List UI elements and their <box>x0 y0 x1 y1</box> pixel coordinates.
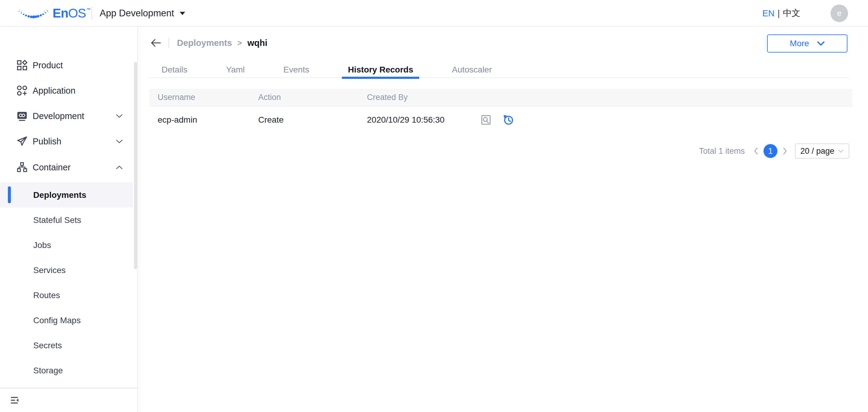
sidebar-item-label: Application <box>33 86 75 96</box>
tab-yaml[interactable]: Yaml <box>220 61 251 78</box>
sidebar-item-development[interactable]: Development <box>0 103 137 129</box>
development-icon <box>17 110 28 121</box>
tab-bar: Details Yaml Events History Records Auto… <box>156 61 498 78</box>
pagination: Total 1 items 1 20 / page <box>699 142 849 159</box>
sidebar-item-services[interactable]: Services <box>0 258 133 283</box>
table-header: Username Action Created By <box>150 89 852 107</box>
breadcrumb-divider <box>168 38 169 48</box>
lang-divider: | <box>777 8 780 19</box>
chevron-down-icon <box>838 149 844 153</box>
sidebar-item-label: Container <box>33 162 71 172</box>
page-title: wqhi <box>247 38 267 48</box>
wordmark-os: OS <box>68 6 86 21</box>
more-button-label: More <box>790 39 809 48</box>
top-header: En OS ™ App Development EN | 中文 e <box>0 0 868 27</box>
sidebar-item-secrets[interactable]: Secrets <box>0 333 133 358</box>
table-row: ecp-admin Create 2020/10/29 10:56:30 <box>150 107 852 133</box>
sidebar-item-storage[interactable]: Storage <box>0 358 133 383</box>
sidebar-item-label: Jobs <box>33 241 51 250</box>
page-number-button[interactable]: 1 <box>764 144 777 158</box>
sidebar-item-publish[interactable]: Publish <box>0 129 137 154</box>
sidebar-item-label: Development <box>33 111 84 121</box>
app-switcher-label: App Development <box>100 8 174 19</box>
tab-details[interactable]: Details <box>156 61 194 78</box>
tab-autoscaler[interactable]: Autoscaler <box>446 61 498 78</box>
tab-history-records[interactable]: History Records <box>342 61 419 78</box>
wordmark-en: En <box>53 6 68 21</box>
page-size-value: 20 / page <box>800 147 835 156</box>
prev-page-icon[interactable] <box>753 147 759 155</box>
column-header-created-by: Created By <box>367 93 480 102</box>
sidebar-item-label: Secrets <box>33 341 62 350</box>
enos-wordmark: En OS ™ <box>53 6 90 21</box>
sidebar-item-label: Services <box>33 265 65 275</box>
collapse-sidebar-icon[interactable] <box>11 396 19 404</box>
lang-en[interactable]: EN <box>762 8 774 19</box>
caret-down-icon <box>179 11 185 15</box>
chevron-down-icon <box>116 139 123 144</box>
tab-events[interactable]: Events <box>277 61 315 78</box>
sidebar-footer <box>0 388 137 412</box>
header-right: EN | 中文 e <box>762 0 848 27</box>
cell-username: ecp-admin <box>150 115 258 125</box>
sidebar-item-config-maps[interactable]: Config Maps <box>0 308 133 333</box>
sidebar-item-routes[interactable]: Routes <box>0 283 133 308</box>
sidebar-item-label: Deployments <box>33 190 86 200</box>
breadcrumb: Deployments > wqhi <box>150 36 267 50</box>
application-icon <box>17 85 28 96</box>
sidebar-item-jobs[interactable]: Jobs <box>0 232 133 258</box>
publish-icon <box>17 136 28 147</box>
sidebar-nav: Product Application Development <box>0 27 138 412</box>
container-icon <box>17 162 28 173</box>
sidebar-item-label: Routes <box>33 291 60 300</box>
screen: En OS ™ App Development EN | 中文 e <box>0 0 868 412</box>
cell-action: Create <box>258 115 367 125</box>
chevron-down-icon <box>116 114 123 118</box>
rollback-history-icon[interactable] <box>503 115 514 125</box>
language-switcher: EN | 中文 <box>762 7 800 19</box>
pagination-total: Total 1 items <box>699 147 745 156</box>
sidebar-item-label: Stateful Sets <box>33 215 81 225</box>
page-size-select[interactable]: 20 / page <box>795 144 849 159</box>
back-arrow-icon[interactable] <box>150 38 161 48</box>
sidebar-item-product[interactable]: Product <box>0 53 137 78</box>
sidebar-item-label: Storage <box>33 366 63 376</box>
chevron-up-icon <box>116 165 123 169</box>
breadcrumb-parent[interactable]: Deployments <box>177 38 232 48</box>
app-switcher[interactable]: App Development <box>100 0 185 27</box>
breadcrumb-separator: > <box>238 38 242 48</box>
cell-created-by: 2020/10/29 10:56:30 <box>367 115 480 125</box>
header-divider <box>92 7 92 20</box>
sidebar-item-label: Publish <box>33 136 61 147</box>
user-avatar[interactable]: e <box>831 4 848 22</box>
sidebar-scrollbar[interactable] <box>134 62 137 269</box>
sidebar-item-application[interactable]: Application <box>0 78 137 103</box>
enos-swoosh-icon <box>18 6 50 20</box>
next-page-icon[interactable] <box>782 147 788 155</box>
preview-yaml-icon[interactable] <box>480 115 491 125</box>
sidebar-item-container[interactable]: Container <box>0 155 137 180</box>
avatar-letter: e <box>837 9 841 18</box>
lang-zh[interactable]: 中文 <box>783 7 800 19</box>
chevron-down-icon <box>817 41 825 46</box>
product-icon <box>17 60 28 71</box>
sidebar-item-deployments[interactable]: Deployments <box>0 183 133 208</box>
sidebar-item-label: Config Maps <box>33 316 81 325</box>
row-actions <box>480 115 514 125</box>
column-header-action: Action <box>258 93 367 102</box>
sidebar-item-label: Product <box>33 60 63 70</box>
sidebar-item-stateful-sets[interactable]: Stateful Sets <box>0 208 133 232</box>
history-records-table: Username Action Created By ecp-admin Cre… <box>150 89 852 133</box>
column-header-username: Username <box>150 93 258 102</box>
enos-logo[interactable]: En OS ™ <box>18 0 90 27</box>
wordmark-trademark: ™ <box>86 7 90 12</box>
more-button[interactable]: More <box>767 34 847 53</box>
